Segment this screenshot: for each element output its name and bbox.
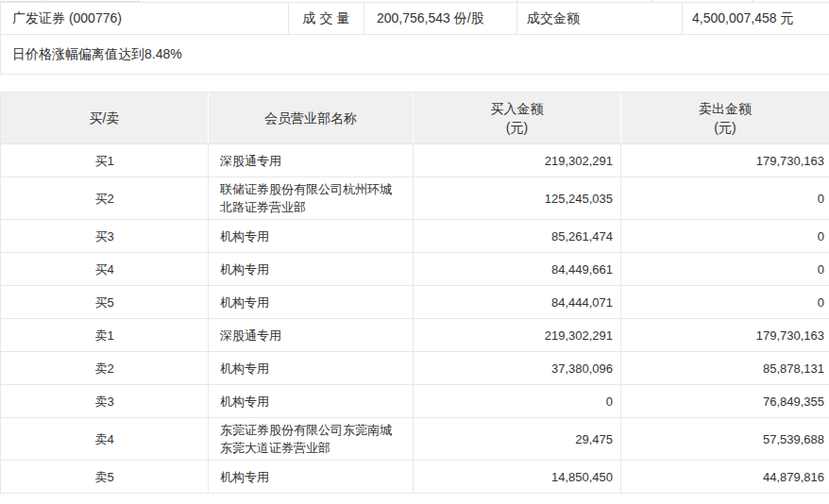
branch-cell: 深股通专用 [209,319,414,352]
buy-amount-cell: 84,444,071 [414,286,621,319]
branch-cell: 机构专用 [209,286,414,319]
sell-amount-cell: 179,730,163 [621,319,829,352]
branch-cell: 深股通专用 [209,144,414,177]
table-row: 买4 机构专用 84,449,661 0 [1,253,829,286]
header-branch-name: 会员营业部名称 [209,92,414,144]
table-row: 卖5 机构专用 14,850,450 44,879,816 [1,461,829,494]
buy-amount-cell: 125,245,035 [414,177,621,220]
header-buy-amount: 买入金额 (元) [414,92,621,144]
rank-cell: 买2 [1,177,209,220]
table-row: 卖1 深股通专用 219,302,291 179,730,163 [1,319,829,352]
buy-amount-cell: 219,302,291 [414,144,621,177]
rank-cell: 卖2 [1,352,209,385]
sell-amount-cell: 57,539,688 [621,418,829,461]
sell-amount-cell: 0 [621,286,829,319]
turnover-amount-value: 4,500,007,458 元 [683,3,829,35]
sell-amount-cell: 0 [621,220,829,253]
buy-amount-cell: 37,380,096 [414,352,621,385]
rank-cell: 卖1 [1,319,209,352]
rank-cell: 买3 [1,220,209,253]
sell-amount-cell: 0 [621,177,829,220]
table-header-row: 买/卖 会员营业部名称 买入金额 (元) 卖出金额 (元) [1,92,829,144]
deviation-notice-row: 日价格涨幅偏离值达到8.48% [1,35,829,75]
volume-value: 200,756,543 份/股 [364,3,517,35]
header-sell-amount: 卖出金额 (元) [621,92,829,144]
branch-cell: 东莞证券股份有限公司东莞南城东莞大道证券营业部 [209,418,414,461]
table-row: 买3 机构专用 85,261,474 0 [1,220,829,253]
rank-cell: 买1 [1,144,209,177]
branch-cell: 机构专用 [209,461,414,494]
rank-cell: 买4 [1,253,209,286]
table-row: 卖3 机构专用 0 76,849,355 [1,385,829,418]
header-buy-sell: 买/卖 [1,92,209,144]
table-row: 卖4 东莞证券股份有限公司东莞南城东莞大道证券营业部 29,475 57,539… [1,418,829,461]
branch-cell: 机构专用 [209,385,414,418]
buy-sell-ranking-table: 买/卖 会员营业部名称 买入金额 (元) 卖出金额 (元) 买1 深股通专用 2… [0,92,829,494]
sell-amount-cell: 85,878,131 [621,352,829,385]
stock-summary-row: 广发证券 (000776) 成 交 量 200,756,543 份/股 成交金额… [1,3,829,35]
turnover-amount-label: 成交金额 [517,3,683,35]
buy-amount-cell: 219,302,291 [414,319,621,352]
price-deviation-notice: 日价格涨幅偏离值达到8.48% [1,35,829,75]
table-row: 买5 机构专用 84,444,071 0 [1,286,829,319]
page: { "colors": { "header_bg": "#f0f0f0", "b… [0,0,829,504]
sell-amount-cell: 44,879,816 [621,461,829,494]
table-row: 买2 联储证券股份有限公司杭州环城北路证券营业部 125,245,035 0 [1,177,829,220]
branch-cell: 机构专用 [209,253,414,286]
buy-amount-cell: 85,261,474 [414,220,621,253]
branch-cell: 机构专用 [209,220,414,253]
buy-amount-cell: 29,475 [414,418,621,461]
sell-amount-cell: 179,730,163 [621,144,829,177]
stock-summary-table: 广发证券 (000776) 成 交 量 200,756,543 份/股 成交金额… [0,2,829,75]
sell-amount-cell: 0 [621,253,829,286]
table-row: 卖2 机构专用 37,380,096 85,878,131 [1,352,829,385]
volume-label: 成 交 量 [289,3,364,35]
stock-name: 广发证券 (000776) [1,3,289,35]
branch-cell: 机构专用 [209,352,414,385]
buy-amount-cell: 84,449,661 [414,253,621,286]
table-row: 买1 深股通专用 219,302,291 179,730,163 [1,144,829,177]
rank-cell: 卖5 [1,461,209,494]
buy-amount-cell: 0 [414,385,621,418]
rank-cell: 卖4 [1,418,209,461]
rank-cell: 卖3 [1,385,209,418]
buy-amount-cell: 14,850,450 [414,461,621,494]
rank-cell: 买5 [1,286,209,319]
branch-cell: 联储证券股份有限公司杭州环城北路证券营业部 [209,177,414,220]
sell-amount-cell: 76,849,355 [621,385,829,418]
